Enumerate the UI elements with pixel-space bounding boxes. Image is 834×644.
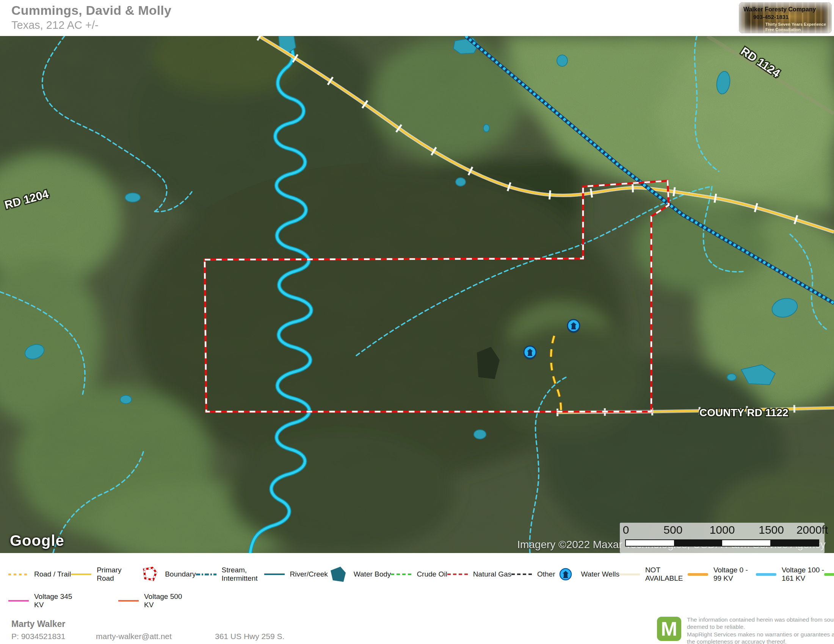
walker-forestry-logo: Walker Foresty Company 903-452-1831 Thir… bbox=[739, 2, 832, 33]
legend-label: Water Body bbox=[354, 570, 391, 578]
legend-label: NOT AVAILABLE bbox=[645, 566, 688, 583]
legend-label: Boundary bbox=[165, 570, 196, 578]
legend-label: Voltage 345 KV bbox=[34, 592, 77, 609]
logo-phone: 903-452-1831 bbox=[753, 14, 789, 20]
legend-item-boundary: Boundary bbox=[139, 567, 196, 582]
voltage-220-287-kv-swatch bbox=[824, 573, 834, 576]
water-body-swatch bbox=[328, 566, 348, 583]
legend-row-1: Road / TrailPrimary RoadBoundaryStream, … bbox=[0, 566, 834, 583]
crude-oil-swatch bbox=[391, 573, 411, 575]
map-legend: Road / TrailPrimary RoadBoundaryStream, … bbox=[0, 553, 834, 616]
footer: Marty Walker P: 9034521831 marty-walker@… bbox=[0, 616, 834, 644]
agent-phone: P: 9034521831 bbox=[11, 632, 65, 641]
primary-road-swatch bbox=[71, 573, 91, 575]
voltage-100-161-kv-swatch bbox=[756, 573, 776, 576]
scale-labels: 0 500 1000 1500 2000ft bbox=[620, 523, 824, 538]
disclaimer-line-1: The information contained herein was obt… bbox=[687, 616, 834, 631]
terrain-noise bbox=[0, 36, 834, 553]
legend-label: Water Wells bbox=[581, 570, 619, 578]
map-canvas[interactable]: RD 1204 RD 1124 COUNTY RD 1122 Imagery ©… bbox=[0, 36, 834, 553]
legend-item-voltage-345-kv: Voltage 345 KV bbox=[8, 592, 77, 609]
legend-item-river-creek: River/Creek bbox=[264, 570, 328, 578]
legend-item-voltage-100-161-kv: Voltage 100 - 161 KV bbox=[756, 566, 824, 583]
legend-label: Other bbox=[537, 570, 555, 578]
scale-bar-segments bbox=[625, 539, 819, 547]
other-swatch bbox=[511, 573, 532, 575]
legend-label: Voltage 100 - 161 KV bbox=[782, 566, 824, 583]
legend-item-road-trail: Road / Trail bbox=[8, 570, 71, 578]
water-wells-swatch bbox=[555, 567, 576, 581]
legend-row-2: Voltage 345 KVVoltage 500 KV bbox=[0, 592, 834, 609]
legend-item-voltage-500-kv: Voltage 500 KV bbox=[118, 592, 186, 609]
voltage-0-99-kv-swatch bbox=[688, 573, 708, 576]
legend-label: Natural Gas bbox=[473, 570, 511, 578]
agent-name: Marty Walker bbox=[11, 619, 65, 629]
legend-item-natural-gas: Natural Gas bbox=[447, 570, 511, 578]
mapright-logo: M bbox=[657, 617, 681, 641]
legend-label: Voltage 500 KV bbox=[144, 592, 186, 609]
water-well-marker[interactable] bbox=[524, 346, 537, 360]
legend-item-voltage-220-287-kv: Voltage 220 - 287 KV bbox=[824, 566, 834, 583]
voltage-345-kv-swatch bbox=[8, 600, 29, 602]
header: Cummings, David & Molly Texas, 212 AC +/… bbox=[0, 0, 834, 36]
logo-company-name: Walker Foresty Company bbox=[743, 6, 816, 13]
legend-label: Crude Oil bbox=[417, 570, 447, 578]
stream-intermittent-swatch bbox=[196, 573, 217, 575]
legend-item-other: Other bbox=[511, 570, 555, 578]
voltage-500-kv-swatch bbox=[118, 600, 139, 602]
legend-label: Primary Road bbox=[97, 566, 139, 583]
legend-label: Stream, Intermittent bbox=[222, 566, 264, 583]
natural-gas-swatch bbox=[447, 573, 468, 575]
legend-item-not-available: NOT AVAILABLE bbox=[619, 566, 688, 583]
legend-label: Road / Trail bbox=[34, 570, 71, 578]
legend-item-stream-intermittent: Stream, Intermittent bbox=[196, 566, 264, 583]
legend-item-voltage-0-99-kv: Voltage 0 - 99 KV bbox=[688, 566, 756, 583]
disclaimer: The information contained herein was obt… bbox=[687, 616, 834, 644]
river-creek-swatch bbox=[264, 573, 285, 575]
boundary-swatch bbox=[139, 567, 160, 582]
agent-address: 361 US Hwy 259 S. bbox=[215, 632, 284, 641]
disclaimer-line-2: MapRight Services makes no warranties or… bbox=[687, 631, 834, 644]
logo-tagline-2: Free Consultation bbox=[765, 27, 801, 32]
page-subtitle: Texas, 212 AC +/- bbox=[11, 19, 99, 31]
google-logo[interactable]: Google bbox=[10, 532, 65, 549]
legend-item-primary-road: Primary Road bbox=[71, 566, 139, 583]
scale-bar: 0 500 1000 1500 2000ft bbox=[620, 523, 824, 553]
legend-item-water-wells: Water Wells bbox=[555, 567, 619, 581]
agent-email[interactable]: marty-walker@att.net bbox=[96, 632, 172, 641]
road-trail-swatch bbox=[8, 573, 29, 575]
water-well-marker[interactable] bbox=[567, 320, 580, 333]
road-label-countyrd1122: COUNTY RD 1122 bbox=[700, 407, 788, 418]
logo-tagline-1: Thirty Seven Years Experience bbox=[765, 22, 826, 27]
legend-item-crude-oil: Crude Oil bbox=[391, 570, 447, 578]
legend-label: River/Creek bbox=[290, 570, 328, 578]
legend-label: Voltage 0 - 99 KV bbox=[713, 566, 756, 583]
legend-item-water-body: Water Body bbox=[328, 566, 391, 583]
not-available-swatch bbox=[619, 573, 640, 575]
page-title: Cummings, David & Molly bbox=[11, 3, 171, 18]
